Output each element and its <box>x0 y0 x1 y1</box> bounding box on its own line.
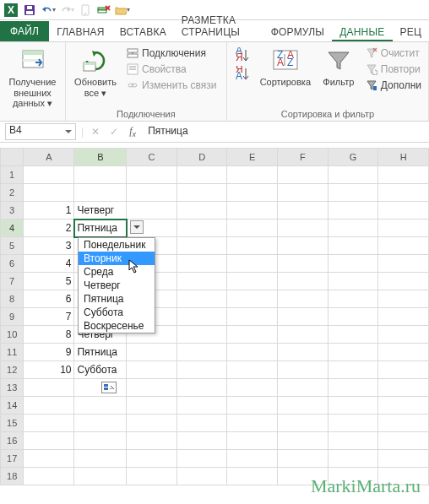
cell-H3[interactable] <box>378 202 429 219</box>
cell-F16[interactable] <box>278 432 329 450</box>
dropdown-option[interactable]: Воскресенье <box>79 319 155 333</box>
cell-F18[interactable] <box>278 468 329 485</box>
col-header-E[interactable]: E <box>227 149 278 166</box>
cell-F15[interactable] <box>278 415 329 432</box>
cell-G10[interactable] <box>328 326 378 344</box>
cell-D3[interactable] <box>176 202 227 219</box>
cell-F9[interactable] <box>278 308 329 326</box>
cell-H4[interactable] <box>378 219 429 237</box>
cell-A8[interactable]: 6 <box>24 290 74 308</box>
get-external-data-button[interactable]: Получение внешних данных ▾ <box>3 46 62 111</box>
cell-H5[interactable] <box>378 237 429 255</box>
cell-H7[interactable] <box>378 273 429 290</box>
col-header-B[interactable]: B <box>74 149 127 166</box>
row-header-2[interactable]: 2 <box>1 184 24 202</box>
cell-G9[interactable] <box>328 308 378 326</box>
tab-insert[interactable]: ВСТАВКА <box>112 23 174 41</box>
cell-G1[interactable] <box>328 166 378 184</box>
cell-B16[interactable] <box>74 432 127 450</box>
row-header-4[interactable]: 4 <box>1 219 24 237</box>
cell-E15[interactable] <box>227 415 278 432</box>
cell-D18[interactable] <box>176 468 227 485</box>
cell-D17[interactable] <box>176 450 227 468</box>
cell-E13[interactable] <box>227 379 278 397</box>
cell-A9[interactable]: 7 <box>24 308 74 326</box>
cell-F14[interactable] <box>278 397 329 415</box>
cell-A16[interactable] <box>24 432 74 450</box>
col-header-G[interactable]: G <box>328 149 378 166</box>
cell-G4[interactable] <box>328 219 378 237</box>
cell-B18[interactable] <box>74 468 127 485</box>
cell-B3[interactable]: Четверг <box>74 202 127 219</box>
cell-G14[interactable] <box>328 397 378 415</box>
tab-review[interactable]: РЕЦ <box>393 23 430 41</box>
cell-C14[interactable] <box>127 397 177 415</box>
cell-F12[interactable] <box>278 361 329 379</box>
col-header-F[interactable]: F <box>278 149 329 166</box>
col-header-H[interactable]: H <box>378 149 429 166</box>
row-header-13[interactable]: 13 <box>1 379 24 397</box>
cell-B2[interactable] <box>74 184 127 202</box>
cell-F13[interactable] <box>278 379 329 397</box>
cell-B1[interactable] <box>74 166 127 184</box>
dropdown-option[interactable]: Вторник <box>79 252 155 265</box>
tab-formulas[interactable]: ФОРМУЛЫ <box>263 23 332 41</box>
advanced-filter-button[interactable]: Дополни <box>362 78 425 93</box>
refresh-all-button[interactable]: Обновить все ▾ <box>69 46 122 100</box>
connections-button[interactable]: Подключения <box>123 46 220 61</box>
sort-button[interactable]: ZAAZ Сортировка <box>256 46 315 89</box>
cell-H8[interactable] <box>378 290 429 308</box>
cell-D7[interactable] <box>176 273 227 290</box>
cell-H1[interactable] <box>378 166 429 184</box>
cancel-icon[interactable]: ✕ <box>89 125 102 138</box>
cell-G13[interactable] <box>328 379 378 397</box>
autocomplete-dropdown[interactable]: ПонедельникВторникСредаЧетвергПятницаСуб… <box>78 237 155 333</box>
open-icon[interactable]: ▾ <box>115 3 130 18</box>
cell-B17[interactable] <box>74 450 127 468</box>
fx-icon[interactable]: fx <box>126 125 139 138</box>
cell-H12[interactable] <box>378 361 429 379</box>
cell-A13[interactable] <box>24 379 74 397</box>
row-header-9[interactable]: 9 <box>1 308 24 326</box>
cell-F10[interactable] <box>278 326 329 344</box>
cell-D16[interactable] <box>176 432 227 450</box>
cell-H2[interactable] <box>378 184 429 202</box>
save-icon[interactable] <box>22 3 37 18</box>
cell-H14[interactable] <box>378 397 429 415</box>
filter-button[interactable]: Фильтр <box>317 46 361 89</box>
cell-A3[interactable]: 1 <box>24 202 74 219</box>
cell-E12[interactable] <box>227 361 278 379</box>
cell-C3[interactable] <box>127 202 177 219</box>
cell-D1[interactable] <box>176 166 227 184</box>
row-header-5[interactable]: 5 <box>1 237 24 255</box>
cell-E7[interactable] <box>227 273 278 290</box>
cell-G5[interactable] <box>328 237 378 255</box>
cell-C1[interactable] <box>127 166 177 184</box>
autofill-options-icon[interactable] <box>101 382 117 393</box>
cell-G11[interactable] <box>328 344 378 361</box>
cell-D6[interactable] <box>176 255 227 273</box>
dropdown-option[interactable]: Четверг <box>79 279 155 292</box>
cell-F2[interactable] <box>278 184 329 202</box>
cell-D5[interactable] <box>176 237 227 255</box>
cell-H9[interactable] <box>378 308 429 326</box>
cell-G16[interactable] <box>328 432 378 450</box>
row-header-11[interactable]: 11 <box>1 344 24 361</box>
cell-C17[interactable] <box>127 450 177 468</box>
redo-icon[interactable]: ▾ <box>59 3 74 18</box>
cell-H17[interactable] <box>378 450 429 468</box>
row-header-16[interactable]: 16 <box>1 432 24 450</box>
name-box[interactable]: B4 <box>5 123 76 140</box>
cell-A5[interactable]: 3 <box>24 237 74 255</box>
enter-icon[interactable]: ✓ <box>107 125 121 138</box>
cell-A4[interactable]: 2 <box>24 219 74 237</box>
tab-file[interactable]: ФАЙЛ <box>0 21 49 41</box>
cell-A17[interactable] <box>24 450 74 468</box>
cell-D14[interactable] <box>176 397 227 415</box>
cell-F3[interactable] <box>278 202 329 219</box>
cell-G18[interactable] <box>328 468 378 485</box>
cell-A1[interactable] <box>24 166 74 184</box>
cell-A15[interactable] <box>24 415 74 432</box>
cell-A18[interactable] <box>24 468 74 485</box>
select-all-corner[interactable] <box>1 149 24 166</box>
